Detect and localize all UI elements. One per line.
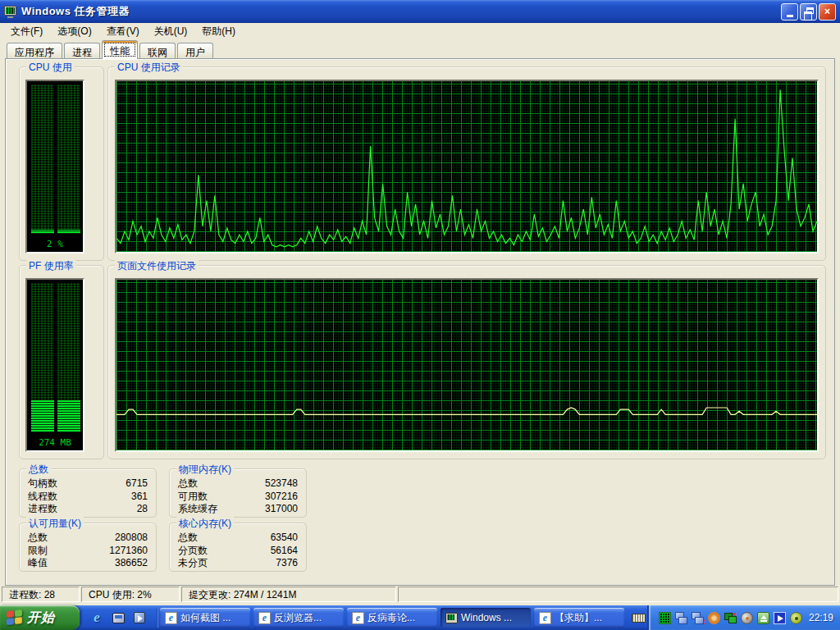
pf-usage-label: PF 使用率 <box>26 259 76 273</box>
quick-launch-bar: e <box>80 610 155 625</box>
media-player-icon[interactable] <box>132 610 147 625</box>
swirl-icon[interactable] <box>708 612 720 624</box>
menu-help[interactable]: 帮助(H) <box>194 23 243 40</box>
pagefile-history-chart <box>115 278 819 452</box>
kernel-memory-title: 核心内存(K) <box>176 517 234 531</box>
stat-row: 可用数307216 <box>170 491 306 504</box>
cpu-gauge-fill <box>31 230 54 234</box>
task-manager-window: Windows 任务管理器 × 文件(F) 选项(O) 查看(V) 关机(U) … <box>0 0 840 605</box>
stat-value: 386652 <box>115 557 148 570</box>
stat-label: 总数 <box>178 532 198 545</box>
stat-value: 280808 <box>115 532 148 545</box>
task-manager-icon <box>445 613 458 623</box>
stat-value: 63540 <box>271 532 298 545</box>
task-button-how-to-screenshot[interactable]: e 如何截图 ... <box>160 608 250 628</box>
taskbar: 开始 e e 如何截图 ... e 反浏览器... e 反病毒论... Win <box>0 605 840 630</box>
internet-explorer-icon: e <box>258 612 271 624</box>
cpu-usage-label: CPU 使用 <box>26 61 75 75</box>
kernel-memory-groupbox: 核心内存(K) 总数63540 分页数56164 未分页7376 <box>169 523 307 572</box>
performance-tab-page: CPU 使用 2 % CPU 使用记录 PF 使用率 <box>5 58 835 586</box>
cpu-meter-icon[interactable] <box>659 612 671 624</box>
gauge-column <box>57 283 80 432</box>
tab-networking[interactable]: 联网 <box>139 43 176 59</box>
gauge-column <box>57 84 80 234</box>
menu-shutdown[interactable]: 关机(U) <box>147 23 195 40</box>
stat-row: 系统缓存317000 <box>170 503 306 516</box>
stat-label: 峰值 <box>28 557 48 570</box>
minimize-button[interactable] <box>781 3 798 21</box>
keyboard-icon <box>632 614 646 623</box>
safely-remove-icon[interactable] <box>757 612 769 624</box>
cpu-gauge-value: 2 % <box>27 239 83 249</box>
tab-processes[interactable]: 进程 <box>64 43 100 59</box>
stat-label: 限制 <box>28 545 48 558</box>
cpu-gauge-fill <box>57 230 80 234</box>
pagefile-history-groupbox: 页面文件使用记录 <box>107 265 826 459</box>
menu-view[interactable]: 查看(V) <box>99 23 147 40</box>
task-button-anti-browser[interactable]: e 反浏览器... <box>253 608 344 628</box>
taskbar-divider <box>157 608 158 628</box>
stat-label: 分页数 <box>178 545 208 558</box>
status-processes: 进程数: 28 <box>2 587 80 602</box>
media-play-icon[interactable] <box>774 612 786 624</box>
pf-gauge-value: 274 MB <box>27 437 83 448</box>
stat-value: 1271360 <box>109 545 148 558</box>
tab-applications[interactable]: 应用程序 <box>7 43 62 59</box>
stat-row: 总数63540 <box>170 532 306 545</box>
pf-gauge-fill <box>57 399 80 432</box>
stat-row: 未分页7376 <box>170 557 306 570</box>
stat-label: 系统缓存 <box>178 503 217 516</box>
stat-value: 7376 <box>276 557 298 570</box>
menu-file[interactable]: 文件(F) <box>3 23 50 40</box>
task-button-antivirus-forum[interactable]: e 反病毒论... <box>347 608 437 628</box>
restore-button[interactable] <box>800 3 817 21</box>
gauge-column <box>31 84 54 234</box>
physical-memory-title: 物理内存(K) <box>176 463 234 477</box>
titlebar[interactable]: Windows 任务管理器 × <box>0 0 840 23</box>
menubar: 文件(F) 选项(O) 查看(V) 关机(U) 帮助(H) <box>0 23 840 39</box>
status-commit-charge: 提交更改: 274M / 1241M <box>181 587 396 602</box>
stat-row: 句柄数6715 <box>20 477 156 491</box>
internet-explorer-icon[interactable]: e <box>89 610 104 625</box>
cpu-history-groupbox: CPU 使用记录 <box>107 66 826 261</box>
network-icon[interactable] <box>675 612 687 624</box>
status-cpu-usage: CPU 使用: 2% <box>81 587 180 602</box>
minimize-icon <box>787 15 793 17</box>
stat-value: 361 <box>131 491 148 504</box>
stat-label: 进程数 <box>28 503 57 516</box>
stat-row: 总数523748 <box>170 477 306 491</box>
close-icon: × <box>824 6 830 17</box>
start-button[interactable]: 开始 <box>0 605 80 630</box>
stat-value: 28 <box>137 503 148 516</box>
cpu-usage-gauge: 2 % <box>25 80 84 253</box>
cpu-history-chart <box>115 80 819 253</box>
cpu-history-plot <box>116 81 817 252</box>
task-buttons: e 如何截图 ... e 反浏览器... e 反病毒论... Windows .… <box>160 605 647 630</box>
close-button[interactable]: × <box>819 3 836 21</box>
cpu-usage-groupbox: CPU 使用 2 % <box>19 66 104 261</box>
menu-options[interactable]: 选项(O) <box>50 23 98 40</box>
tab-performance[interactable]: 性能 <box>102 40 138 59</box>
task-button-help-request[interactable]: e 【求助】... <box>534 608 624 628</box>
stat-value: 317000 <box>265 503 298 516</box>
stat-row: 总数280808 <box>20 532 156 545</box>
graphics-icon[interactable] <box>790 612 802 624</box>
task-button-task-manager[interactable]: Windows ... <box>441 608 531 628</box>
lan-activity-icon[interactable]: × <box>724 612 737 624</box>
stat-row: 线程数361 <box>20 491 156 504</box>
stat-label: 未分页 <box>178 557 208 570</box>
stat-row: 进程数28 <box>20 503 156 516</box>
totals-title: 总数 <box>26 463 51 477</box>
disc-icon[interactable] <box>741 612 753 624</box>
cpu-history-label: CPU 使用记录 <box>115 61 183 75</box>
tab-strip: 应用程序 进程 性能 联网 用户 <box>0 39 840 59</box>
internet-explorer-icon: e <box>539 612 551 624</box>
input-method-indicator[interactable] <box>628 605 647 630</box>
stat-row: 分页数56164 <box>170 545 306 558</box>
network-error-icon[interactable]: × <box>692 612 704 624</box>
status-bar: 进程数: 28 CPU 使用: 2% 提交更改: 274M / 1241M <box>0 586 840 603</box>
totals-groupbox: 总数 句柄数6715 线程数361 进程数28 <box>19 468 157 518</box>
tab-users[interactable]: 用户 <box>177 43 213 59</box>
show-desktop-icon[interactable] <box>111 610 126 625</box>
stat-row: 限制1271360 <box>20 545 156 558</box>
